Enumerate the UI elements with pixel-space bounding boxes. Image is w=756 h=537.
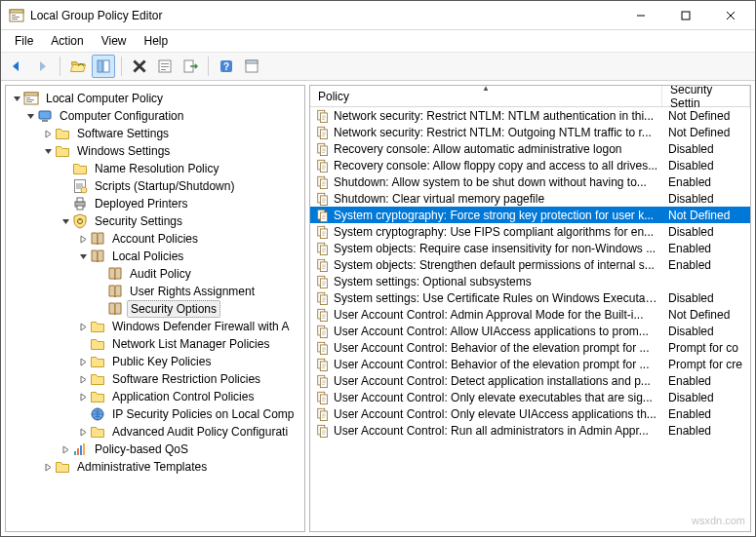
folder-icon (72, 161, 88, 176)
close-button[interactable] (708, 1, 753, 30)
policy-row[interactable]: Network security: Restrict NTLM: Outgoin… (310, 124, 750, 140)
tree-label: Windows Defender Firewall with A (109, 319, 292, 334)
policy-row[interactable]: System settings: Use Certificate Rules o… (310, 289, 750, 306)
qos-icon (72, 441, 88, 457)
policy-cell: User Account Control: Only elevate UIAcc… (310, 407, 662, 421)
policy-icon (316, 109, 330, 123)
expander-icon[interactable] (41, 144, 55, 158)
policy-name: User Account Control: Behavior of the el… (334, 358, 650, 371)
expander-icon[interactable] (59, 442, 72, 456)
expander-icon[interactable] (76, 355, 90, 368)
policy-row[interactable]: User Account Control: Only elevate execu… (310, 389, 750, 405)
tree-deployed-printers[interactable]: Deployed Printers (6, 195, 304, 212)
export-button[interactable] (179, 55, 202, 78)
tree-software-restriction[interactable]: Software Restriction Policies (6, 370, 304, 388)
policy-row[interactable]: Recovery console: Allow automatic admini… (310, 140, 750, 157)
expander-icon[interactable] (10, 92, 23, 105)
maximize-button[interactable] (663, 1, 708, 30)
policy-row[interactable]: User Account Control: Behavior of the el… (310, 339, 750, 356)
policy-icon (316, 192, 330, 206)
policy-row[interactable]: Recovery console: Allow floppy copy and … (310, 157, 750, 173)
tree-advanced-audit[interactable]: Advanced Audit Policy Configurati (6, 423, 304, 441)
list-body[interactable]: Network security: Restrict NTLM: NTLM au… (310, 107, 750, 531)
up-button[interactable] (66, 55, 90, 78)
policy-row[interactable]: User Account Control: Run all administra… (310, 422, 750, 439)
menu-action[interactable]: Action (43, 32, 91, 50)
policy-row[interactable]: User Account Control: Allow UIAccess app… (310, 323, 750, 339)
minimize-button[interactable] (618, 1, 663, 30)
policy-row[interactable]: User Account Control: Behavior of the el… (310, 356, 750, 372)
book-icon (107, 301, 123, 317)
svg-rect-26 (161, 66, 169, 67)
folder-icon (90, 336, 105, 352)
setting-cell: Prompt for cre (662, 358, 750, 371)
policy-row[interactable]: User Account Control: Only elevate UIAcc… (310, 405, 750, 422)
tree-scripts[interactable]: Scripts (Startup/Shutdown) (6, 177, 304, 195)
expander-icon[interactable] (59, 214, 72, 228)
policy-icon (316, 142, 330, 156)
expander-icon[interactable] (76, 249, 90, 263)
properties-button[interactable] (153, 55, 177, 78)
menu-help[interactable]: Help (137, 32, 177, 50)
tree-qos[interactable]: Policy-based QoS (6, 441, 304, 458)
policy-row[interactable]: System objects: Strengthen default permi… (310, 256, 750, 273)
tree[interactable]: Local Computer Policy Computer Configura… (6, 86, 304, 531)
book-icon (107, 284, 123, 299)
policy-row[interactable]: Shutdown: Clear virtual memory pagefileD… (310, 190, 750, 207)
expander-icon[interactable] (76, 320, 90, 333)
column-security-setting[interactable]: Security Settin (662, 86, 750, 106)
policy-row[interactable]: System settings: Optional subsystems (310, 273, 750, 289)
tree-windows-settings[interactable]: Windows Settings (6, 142, 304, 160)
tree-user-rights[interactable]: User Rights Assignment (6, 283, 304, 300)
tree-root[interactable]: Local Computer Policy (6, 90, 304, 107)
policy-name: System objects: Require case insensitivi… (334, 242, 656, 255)
delete-button[interactable] (128, 55, 151, 78)
tree-pane[interactable]: Local Computer Policy Computer Configura… (5, 85, 305, 532)
policy-row[interactable]: System cryptography: Use FIPS compliant … (310, 223, 750, 240)
tree-security-options[interactable]: Security Options (6, 300, 304, 318)
expander-icon[interactable] (76, 425, 90, 439)
tree-security-settings[interactable]: Security Settings (6, 212, 304, 230)
tree-computer-configuration[interactable]: Computer Configuration (6, 107, 304, 125)
refresh-button[interactable] (240, 55, 263, 78)
policy-row[interactable]: Network security: Restrict NTLM: NTLM au… (310, 107, 750, 124)
policy-row[interactable]: User Account Control: Detect application… (310, 372, 750, 389)
menu-file[interactable]: File (7, 32, 41, 50)
tree-network-list[interactable]: Network List Manager Policies (6, 335, 304, 353)
expander-icon[interactable] (76, 390, 90, 403)
policy-row[interactable]: System cryptography: Force strong key pr… (310, 207, 750, 223)
list-pane[interactable]: ▲ Policy Security Settin Network securit… (309, 85, 751, 532)
expander-icon[interactable] (76, 232, 90, 246)
expander-icon[interactable] (76, 372, 90, 386)
policy-icon (316, 341, 330, 355)
back-button[interactable] (5, 55, 28, 78)
tree-ip-security[interactable]: IP Security Policies on Local Comp (6, 405, 304, 423)
tree-app-control[interactable]: Application Control Policies (6, 388, 304, 405)
column-policy[interactable]: ▲ Policy (310, 86, 662, 106)
tree-defender-fw[interactable]: Windows Defender Firewall with A (6, 318, 304, 335)
tree-local-policies[interactable]: Local Policies (6, 248, 304, 265)
policy-name: Network security: Restrict NTLM: Outgoin… (334, 126, 652, 139)
sort-asc-icon: ▲ (482, 85, 490, 93)
policy-row[interactable]: User Account Control: Admin Approval Mod… (310, 306, 750, 323)
expander-icon[interactable] (41, 460, 55, 474)
forward-button[interactable] (30, 55, 54, 78)
tree-admin-templates[interactable]: Administrative Templates (6, 458, 304, 476)
policy-row[interactable]: System objects: Require case insensitivi… (310, 240, 750, 256)
policy-icon (316, 325, 330, 338)
tree-software-settings[interactable]: Software Settings (6, 125, 304, 142)
help-button[interactable]: ? (215, 55, 238, 78)
menu-view[interactable]: View (94, 32, 135, 50)
expander-icon[interactable] (23, 109, 37, 123)
tree-audit-policy[interactable]: Audit Policy (6, 265, 304, 283)
policy-name: User Account Control: Only elevate UIAcc… (334, 407, 657, 421)
tree-account-policies[interactable]: Account Policies (6, 230, 304, 248)
titlebar: Local Group Policy Editor (1, 1, 755, 30)
column-label: Policy (318, 90, 349, 103)
expander-icon[interactable] (41, 127, 55, 140)
show-tree-button[interactable] (92, 55, 115, 78)
tree-public-key[interactable]: Public Key Policies (6, 353, 304, 370)
policy-name: System cryptography: Force strong key pr… (334, 209, 654, 222)
tree-name-resolution[interactable]: Name Resolution Policy (6, 160, 304, 177)
policy-row[interactable]: Shutdown: Allow system to be shut down w… (310, 173, 750, 190)
